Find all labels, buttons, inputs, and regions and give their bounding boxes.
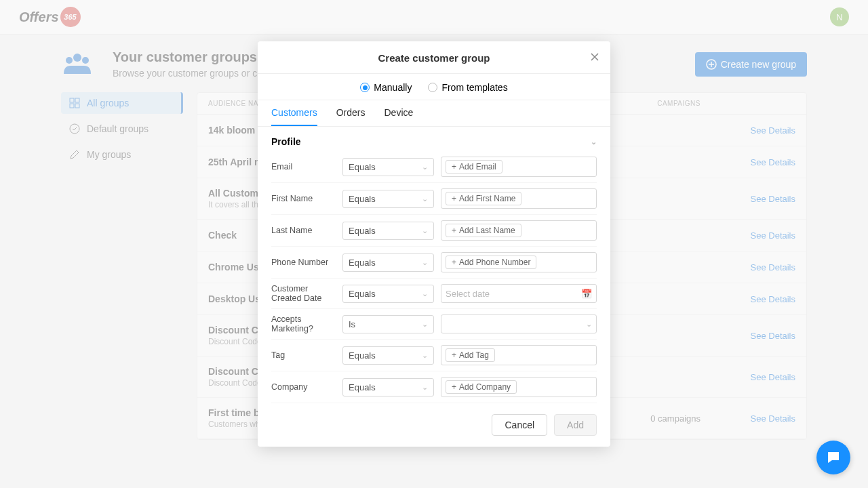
radio-dot-icon xyxy=(360,83,370,92)
profile-filter-row: Email Equals⌄ + Add Email xyxy=(271,151,597,183)
filter-label: Customer Created Date xyxy=(271,284,336,303)
radio-label: From templates xyxy=(441,82,507,93)
operator-value: Equals xyxy=(349,194,376,204)
filter-label: Company xyxy=(271,382,336,392)
tab-orders[interactable]: Orders xyxy=(336,107,366,126)
operator-value: Equals xyxy=(349,162,376,172)
chevron-down-icon: ⌄ xyxy=(422,163,428,171)
plus-icon: + xyxy=(452,226,456,235)
tag-input[interactable]: + Add Phone Number xyxy=(441,252,597,272)
profile-filter-row: Customer Created Date Equals⌄ Select dat… xyxy=(271,279,597,309)
radio-manually[interactable]: Manually xyxy=(360,82,412,93)
tag-input[interactable]: + Add Tag xyxy=(441,345,597,365)
add-chip-button[interactable]: + Add Phone Number xyxy=(446,256,536,269)
chevron-down-icon: ⌄ xyxy=(422,320,428,329)
operator-value: Is xyxy=(349,319,355,329)
date-input[interactable]: Select date📅 xyxy=(441,284,597,303)
tag-input[interactable]: + Add First Name xyxy=(441,188,597,209)
operator-value: Equals xyxy=(349,289,376,299)
profile-section-header[interactable]: Profile ⌄ xyxy=(271,127,597,151)
radio-from-templates[interactable]: From templates xyxy=(428,82,507,93)
add-chip-button[interactable]: + Add Company xyxy=(446,380,517,394)
operator-value: Equals xyxy=(349,226,376,236)
radio-label: Manually xyxy=(374,82,412,93)
filter-label: Email xyxy=(271,162,336,171)
operator-select[interactable]: Equals⌄ xyxy=(342,253,434,272)
profile-filter-row: Phone Number Equals⌄ + Add Phone Number xyxy=(271,247,597,279)
plus-icon: + xyxy=(452,162,456,171)
filter-label: Phone Number xyxy=(271,258,336,267)
operator-select[interactable]: Equals⌄ xyxy=(342,158,434,176)
add-chip-button[interactable]: + Add Email xyxy=(446,160,502,174)
tag-input[interactable]: + Add Last Name xyxy=(441,220,597,241)
cancel-button[interactable]: Cancel xyxy=(492,414,547,436)
operator-value: Equals xyxy=(349,350,376,361)
filter-label: Accepts Marketing? xyxy=(271,314,336,333)
modal-title: Create customer group xyxy=(271,52,597,64)
chevron-down-icon: ⌄ xyxy=(422,258,428,267)
value-select[interactable]: ⌄ xyxy=(441,314,597,333)
operator-value: Equals xyxy=(349,258,376,268)
add-chip-button[interactable]: + Add Last Name xyxy=(446,224,521,237)
add-button[interactable]: Add xyxy=(554,414,597,436)
chevron-down-icon: ⌄ xyxy=(422,226,428,235)
operator-select[interactable]: Equals⌄ xyxy=(342,190,434,208)
operator-select[interactable]: Equals⌄ xyxy=(342,222,434,240)
chevron-down-icon: ⌄ xyxy=(586,320,592,329)
chat-widget-button[interactable] xyxy=(816,441,850,474)
create-customer-group-modal: Create customer group Manually From temp… xyxy=(258,41,610,447)
radio-dot-icon xyxy=(428,83,437,92)
operator-select[interactable]: Is⌄ xyxy=(342,315,434,333)
chevron-down-icon: ⌄ xyxy=(422,351,428,360)
tag-input[interactable]: + Add Company xyxy=(441,377,597,397)
calendar-icon: 📅 xyxy=(581,289,592,299)
section-title: Profile xyxy=(271,136,301,147)
modal-footer: Cancel Add xyxy=(258,406,610,447)
mode-selector: Manually From templates xyxy=(258,74,610,100)
chevron-down-icon: ⌄ xyxy=(422,195,428,203)
add-chip-button[interactable]: + Add First Name xyxy=(446,192,521,205)
profile-filter-row: Tag Equals⌄ + Add Tag xyxy=(271,340,597,371)
chevron-down-icon: ⌄ xyxy=(422,289,428,298)
profile-filter-row: Accepts Marketing? Is⌄ ⌄ xyxy=(271,309,597,340)
modal-tabs: Customers Orders Device xyxy=(258,100,610,127)
add-chip-button[interactable]: + Add Tag xyxy=(446,348,495,362)
operator-value: Equals xyxy=(349,382,376,392)
profile-filter-row: Company Equals⌄ + Add Company xyxy=(271,371,597,403)
filter-label: Tag xyxy=(271,350,336,360)
tag-input[interactable]: + Add Email xyxy=(441,157,597,177)
tab-device[interactable]: Device xyxy=(384,107,413,126)
operator-select[interactable]: Equals⌄ xyxy=(342,346,434,365)
chat-icon xyxy=(825,449,842,466)
chevron-down-icon: ⌄ xyxy=(591,138,597,146)
plus-icon: + xyxy=(452,382,456,392)
close-icon xyxy=(590,52,599,62)
plus-icon: + xyxy=(452,194,456,203)
profile-filter-row: First Name Equals⌄ + Add First Name xyxy=(271,183,597,215)
filter-label: Last Name xyxy=(271,226,336,235)
date-placeholder: Select date xyxy=(446,289,581,299)
modal-header: Create customer group xyxy=(258,41,610,74)
plus-icon: + xyxy=(452,258,456,267)
operator-select[interactable]: Equals⌄ xyxy=(342,378,434,396)
plus-icon: + xyxy=(452,350,456,360)
operator-select[interactable]: Equals⌄ xyxy=(342,285,434,303)
close-button[interactable] xyxy=(590,51,599,65)
chevron-down-icon: ⌄ xyxy=(422,383,428,392)
tab-customers[interactable]: Customers xyxy=(271,107,317,126)
filter-label: First Name xyxy=(271,194,336,203)
profile-filter-row: Last Name Equals⌄ + Add Last Name xyxy=(271,215,597,247)
